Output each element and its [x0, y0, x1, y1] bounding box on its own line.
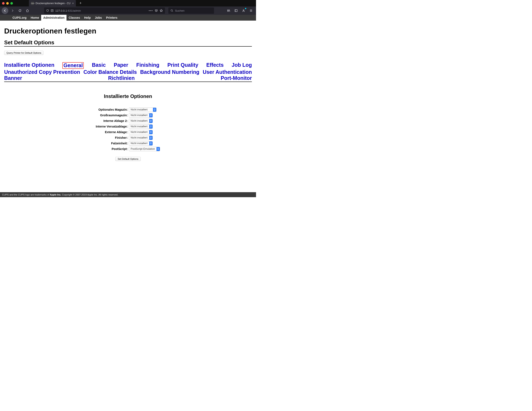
- nav-help[interactable]: Help: [82, 15, 93, 20]
- chevron-updown-icon: [149, 113, 152, 117]
- search-placeholder: Suchen: [175, 9, 185, 12]
- option-select[interactable]: Nicht installiert: [129, 108, 156, 112]
- option-select[interactable]: Nicht installiert: [129, 136, 153, 140]
- nav-jobs[interactable]: Jobs: [93, 15, 104, 20]
- tab-user-authentication[interactable]: User Authentication: [203, 69, 252, 75]
- tab-general[interactable]: General: [62, 62, 84, 69]
- option-row: Finisher:Nicht installiert: [96, 135, 161, 140]
- chevron-updown-icon: [153, 108, 156, 112]
- option-select[interactable]: Nicht installiert: [129, 124, 153, 129]
- option-value: Nicht installiert: [129, 125, 149, 128]
- option-row: Falzeinheit:Nicht installiert: [96, 141, 161, 146]
- page-actions-icon[interactable]: •••: [149, 9, 153, 12]
- options-table: Optionales Magazin:Nicht installiertGroß…: [96, 107, 161, 152]
- window-titlebar: cups Druckeroptionen festlegen - CU × +: [0, 0, 256, 6]
- option-tabs: Installierte OptionenGeneralBasicPaperFi…: [4, 62, 252, 82]
- option-value: PostScript-Emulation: [129, 147, 157, 151]
- browser-toolbar: 127.0.0.1:631/admin ••• Suchen: [0, 6, 256, 15]
- url-bar[interactable]: 127.0.0.1:631/admin •••: [44, 8, 165, 14]
- browser-tab[interactable]: cups Druckeroptionen festlegen - CU ×: [29, 0, 76, 6]
- tab-richtlinien[interactable]: Richtlinien: [108, 75, 135, 81]
- option-row: Interne Versatzablage:Nicht installiert: [96, 124, 161, 129]
- tab-finishing[interactable]: Finishing: [136, 62, 159, 69]
- option-select[interactable]: Nicht installiert: [129, 141, 153, 146]
- option-value: Nicht installiert: [129, 141, 149, 145]
- svg-point-3: [243, 10, 244, 11]
- tab-print-quality[interactable]: Print Quality: [167, 62, 198, 69]
- minimize-window-icon[interactable]: [6, 2, 9, 5]
- pocket-icon[interactable]: [155, 9, 158, 12]
- tab-basic[interactable]: Basic: [92, 62, 106, 69]
- page-info-icon: [51, 9, 54, 12]
- option-label: Optionales Magazin:: [96, 107, 129, 112]
- reload-button[interactable]: [17, 7, 23, 14]
- shield-icon: [46, 9, 49, 12]
- forward-button[interactable]: [9, 7, 16, 14]
- chevron-updown-icon: [149, 136, 152, 140]
- account-icon[interactable]: [240, 7, 247, 14]
- nav-classes[interactable]: Classes: [66, 15, 82, 20]
- page-content: Druckeroptionen festlegen Set Default Op…: [0, 20, 256, 161]
- option-label: Externe Ablage:: [96, 130, 129, 135]
- tab-favicon: cups: [31, 2, 34, 5]
- notification-dot: [245, 8, 247, 9]
- chevron-updown-icon: [149, 125, 152, 128]
- section-heading: Installierte Optionen: [4, 93, 252, 99]
- option-row: Externe Ablage:Nicht installiert: [96, 130, 161, 135]
- sidebar-icon[interactable]: [233, 7, 239, 14]
- set-default-options-button[interactable]: Set Default Options: [115, 157, 141, 161]
- nav-cups-org[interactable]: CUPS.org: [10, 15, 29, 20]
- option-select[interactable]: Nicht installiert: [129, 119, 153, 123]
- tab-port-monitor[interactable]: Port-Monitor: [221, 75, 252, 81]
- tab-unauthorized-copy-prevention[interactable]: Unauthorized Copy Prevention: [4, 69, 80, 75]
- chevron-updown-icon: [149, 119, 152, 123]
- back-button[interactable]: [2, 7, 8, 14]
- option-value: Nicht installiert: [129, 108, 153, 112]
- option-label: Interne Versatzablage:: [96, 124, 129, 129]
- nav-printers[interactable]: Printers: [104, 15, 120, 20]
- zoom-window-icon[interactable]: [10, 2, 13, 5]
- option-row: Optionales Magazin:Nicht installiert: [96, 107, 161, 112]
- option-value: Nicht installiert: [129, 119, 149, 123]
- search-icon: [171, 9, 173, 12]
- window-controls: [2, 2, 13, 5]
- option-label: Großraummagazin:: [96, 113, 129, 118]
- page-subtitle: Set Default Options: [4, 39, 252, 47]
- svg-point-1: [171, 10, 172, 11]
- tab-installierte-optionen[interactable]: Installierte Optionen: [4, 62, 55, 69]
- tab-banner[interactable]: Banner: [4, 75, 22, 81]
- tab-title: Druckeroptionen festlegen - CU: [36, 2, 70, 5]
- close-window-icon[interactable]: [2, 2, 5, 5]
- search-bar[interactable]: Suchen: [168, 8, 214, 14]
- option-select[interactable]: PostScript-Emulation: [129, 147, 160, 151]
- option-value: Nicht installiert: [129, 130, 149, 134]
- library-icon[interactable]: [225, 7, 232, 14]
- cups-nav: CUPS.orgHomeAdministrationClassesHelpJob…: [0, 15, 256, 20]
- nav-administration[interactable]: Administration: [41, 15, 66, 20]
- tab-job-log[interactable]: Job Log: [232, 62, 252, 69]
- close-tab-icon[interactable]: ×: [72, 2, 74, 5]
- query-printer-button[interactable]: Query Printer for Default Options: [4, 51, 43, 55]
- url-text: 127.0.0.1:631/admin: [55, 9, 147, 12]
- tab-background-numbering[interactable]: Background Numbering: [140, 69, 200, 75]
- page-title: Druckeroptionen festlegen: [4, 27, 252, 35]
- tab-color-balance-details[interactable]: Color Balance Details: [83, 69, 137, 75]
- home-button[interactable]: [24, 7, 31, 14]
- option-row: Interne Ablage 2:Nicht installiert: [96, 118, 161, 123]
- chevron-updown-icon: [156, 147, 160, 151]
- option-label: Falzeinheit:: [96, 141, 129, 146]
- new-tab-button[interactable]: +: [77, 1, 84, 5]
- tab-effects[interactable]: Effects: [206, 62, 224, 69]
- option-row: Großraummagazin:Nicht installiert: [96, 113, 161, 118]
- option-select[interactable]: Nicht installiert: [129, 113, 153, 117]
- option-select[interactable]: Nicht installiert: [129, 130, 153, 134]
- bookmark-star-icon[interactable]: [160, 9, 163, 12]
- option-label: Interne Ablage 2:: [96, 118, 129, 123]
- option-value: Nicht installiert: [129, 136, 149, 140]
- nav-home[interactable]: Home: [29, 15, 41, 20]
- chevron-updown-icon: [149, 141, 152, 145]
- tab-paper[interactable]: Paper: [114, 62, 128, 69]
- option-value: Nicht installiert: [129, 113, 149, 117]
- footer-text: CUPS and the CUPS logo are trademarks of…: [2, 194, 118, 196]
- menu-icon[interactable]: [248, 7, 254, 14]
